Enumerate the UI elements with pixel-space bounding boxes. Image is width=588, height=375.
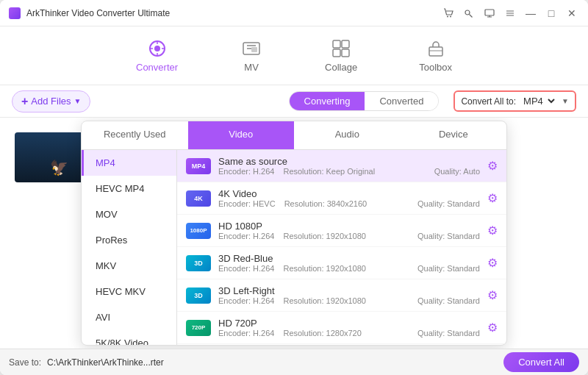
format-list-item-prores[interactable]: ProRes bbox=[82, 227, 176, 253]
gear-icon-5[interactable]: ⚙ bbox=[487, 321, 498, 335]
format-list-item-mov[interactable]: MOV bbox=[82, 201, 176, 227]
add-files-label: Add Files bbox=[31, 96, 71, 107]
app-window: ArkThinker Video Converter Ultimate — □ … bbox=[0, 0, 588, 375]
format-list-item-5k8k[interactable]: 5K/8K Video bbox=[82, 330, 176, 345]
title-bar: ArkThinker Video Converter Ultimate — □ … bbox=[0, 0, 588, 26]
format-option-same-as-source[interactable]: MP4 Same as source Encoder: H.264 Resolu… bbox=[177, 150, 506, 182]
save-to-path: C:\ArkThinker\ArkThinke...rter bbox=[47, 357, 498, 368]
format-option-3d-lr[interactable]: 3D 3D Left-Right Encoder: H.264 Resoluti… bbox=[177, 279, 506, 312]
converted-tab[interactable]: Converted bbox=[365, 92, 438, 110]
format-option-info-1080p: HD 1080P Encoder: H.264 Resolution: 1920… bbox=[218, 221, 480, 240]
nav-converter[interactable]: Converter bbox=[127, 32, 187, 79]
gear-icon-3[interactable]: ⚙ bbox=[487, 256, 498, 270]
app-title: ArkThinker Video Converter Ultimate bbox=[26, 8, 441, 18]
svg-rect-7 bbox=[251, 47, 257, 52]
format-option-1080p[interactable]: 1080P HD 1080P Encoder: H.264 Resolution… bbox=[177, 215, 506, 247]
window-controls: — □ ✕ bbox=[441, 6, 579, 21]
format-option-info-720p: HD 720P Encoder: H.264 Resolution: 1280x… bbox=[218, 318, 480, 338]
format-option-640p[interactable]: 640P 640P Encoder: H.264 Resolution: 960… bbox=[177, 344, 506, 345]
convert-all-selector[interactable]: Convert All to: MP4 MKV MOV AVI ▼ bbox=[453, 90, 576, 112]
converting-tabs: Converting Converted bbox=[289, 91, 440, 111]
bottom-bar: Save to: C:\ArkThinker\ArkThinke...rter … bbox=[0, 349, 588, 375]
format-option-info-3d-rb: 3D Red-Blue Encoder: H.264 Resolution: 1… bbox=[218, 253, 480, 273]
format-list: MP4 HEVC MP4 MOV ProRes MKV HEVC MKV AVI… bbox=[82, 150, 177, 345]
format-option-4k[interactable]: 4K 4K Video Encoder: HEVC Resolution: 38… bbox=[177, 182, 506, 215]
format-list-item-mkv[interactable]: MKV bbox=[82, 253, 176, 279]
toolbox-label: Toolbox bbox=[419, 62, 452, 73]
cart-icon[interactable] bbox=[441, 6, 456, 21]
mv-label: MV bbox=[244, 62, 259, 73]
toolbox-icon bbox=[424, 38, 448, 59]
format-list-item-avi[interactable]: AVI bbox=[82, 304, 176, 330]
screen-icon[interactable] bbox=[482, 6, 497, 21]
format-option-info: Same as source Encoder: H.264 Resolution… bbox=[218, 156, 480, 176]
format-option-name-4k: 4K Video bbox=[218, 188, 480, 199]
format-badge-1080p: 1080P bbox=[186, 223, 211, 239]
svg-point-5 bbox=[154, 46, 160, 51]
plus-icon: + bbox=[21, 95, 28, 108]
format-list-item-hevc-mp4[interactable]: HEVC MP4 bbox=[82, 176, 176, 201]
main-content: 🦅 Source MKV 9... Recently Used Video Au… bbox=[0, 118, 588, 375]
format-badge-mp4: MP4 bbox=[186, 158, 211, 174]
format-options-list: MP4 Same as source Encoder: H.264 Resolu… bbox=[177, 150, 506, 345]
format-badge-720p: 720P bbox=[186, 320, 211, 336]
format-badge-3d-rb: 3D bbox=[186, 255, 211, 271]
format-option-3d-red-blue[interactable]: 3D 3D Red-Blue Encoder: H.264 Resolution… bbox=[177, 247, 506, 279]
format-quality: Quality: Auto bbox=[434, 167, 480, 176]
select-arrow-icon: ▼ bbox=[562, 97, 569, 105]
format-encoder: Encoder: H.264 bbox=[218, 167, 274, 176]
gear-icon-1[interactable]: ⚙ bbox=[487, 191, 498, 205]
svg-point-2 bbox=[465, 10, 470, 15]
gear-icon-0[interactable]: ⚙ bbox=[487, 159, 498, 173]
maximize-button[interactable]: □ bbox=[544, 6, 559, 21]
svg-rect-9 bbox=[342, 40, 349, 48]
format-resolution: Resolution: Keep Original bbox=[283, 167, 375, 176]
collage-label: Collage bbox=[325, 62, 357, 73]
svg-rect-11 bbox=[342, 49, 349, 57]
svg-rect-10 bbox=[333, 49, 340, 57]
format-body: MP4 HEVC MP4 MOV ProRes MKV HEVC MKV AVI… bbox=[82, 150, 506, 345]
converter-icon bbox=[146, 38, 169, 59]
nav-toolbox[interactable]: Toolbox bbox=[410, 32, 461, 79]
format-badge-3d-lr: 3D bbox=[186, 288, 211, 304]
format-list-item-hevc-mkv[interactable]: HEVC MKV bbox=[82, 279, 176, 304]
format-dropdown-overlay: Recently Used Video Audio Device MP4 HEV… bbox=[0, 118, 588, 349]
key-icon[interactable] bbox=[462, 6, 476, 21]
svg-rect-8 bbox=[333, 40, 340, 48]
collage-icon bbox=[329, 38, 353, 59]
add-files-button[interactable]: + Add Files ▼ bbox=[12, 90, 90, 113]
menu-icon[interactable] bbox=[503, 6, 517, 21]
tab-audio[interactable]: Audio bbox=[294, 121, 401, 149]
nav-collage[interactable]: Collage bbox=[316, 32, 366, 79]
svg-point-1 bbox=[450, 15, 451, 17]
dropdown-arrow-icon: ▼ bbox=[74, 97, 82, 105]
close-button[interactable]: ✕ bbox=[564, 6, 579, 21]
svg-rect-12 bbox=[429, 47, 442, 56]
gear-icon-4[interactable]: ⚙ bbox=[487, 288, 498, 302]
content-area: 🦅 Source MKV 9... Recently Used Video Au… bbox=[0, 118, 588, 349]
format-option-720p[interactable]: 720P HD 720P Encoder: H.264 Resolution: … bbox=[177, 312, 506, 344]
format-option-info-4k: 4K Video Encoder: HEVC Resolution: 3840x… bbox=[218, 188, 480, 208]
tab-recently-used[interactable]: Recently Used bbox=[82, 121, 188, 149]
tab-device[interactable]: Device bbox=[401, 121, 507, 149]
format-panel: Recently Used Video Audio Device MP4 HEV… bbox=[81, 121, 507, 346]
format-badge-4k: 4K bbox=[186, 190, 211, 207]
gear-icon-2[interactable]: ⚙ bbox=[487, 224, 498, 238]
minimize-button[interactable]: — bbox=[523, 6, 538, 21]
svg-rect-3 bbox=[485, 10, 494, 15]
main-toolbar: + Add Files ▼ Converting Converted Conve… bbox=[0, 85, 588, 118]
format-list-item-mp4[interactable]: MP4 bbox=[82, 150, 176, 176]
top-navigation: Converter MV Collage bbox=[0, 26, 588, 85]
convert-all-label: Convert All to: bbox=[461, 96, 516, 107]
mv-icon bbox=[240, 38, 263, 59]
format-option-info-3d-lr: 3D Left-Right Encoder: H.264 Resolution:… bbox=[218, 285, 480, 305]
convert-all-button[interactable]: Convert All bbox=[503, 352, 579, 372]
svg-point-0 bbox=[447, 15, 448, 17]
nav-mv[interactable]: MV bbox=[231, 32, 272, 79]
save-to-label: Save to: bbox=[9, 357, 41, 368]
format-tabs: Recently Used Video Audio Device bbox=[82, 121, 506, 150]
convert-all-select[interactable]: MP4 MKV MOV AVI bbox=[520, 95, 557, 107]
app-icon bbox=[9, 7, 21, 19]
converting-tab[interactable]: Converting bbox=[290, 92, 365, 110]
tab-video[interactable]: Video bbox=[188, 121, 295, 149]
